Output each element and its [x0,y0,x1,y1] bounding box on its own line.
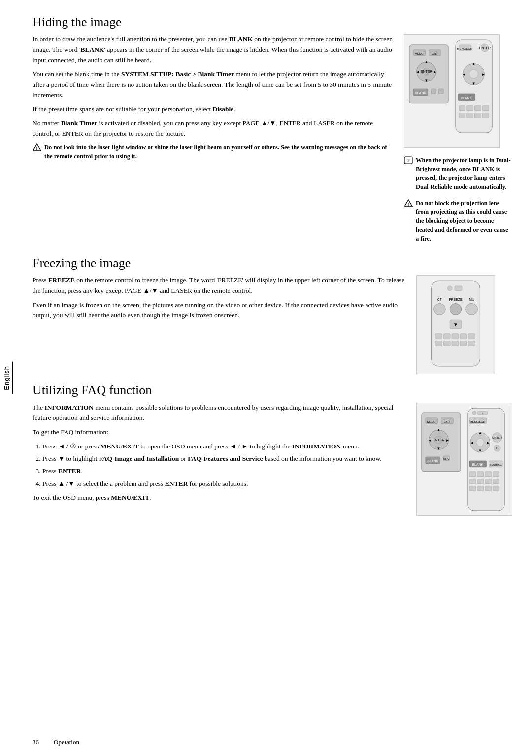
svg-text:▼: ▼ [425,78,429,83]
svg-text:MU: MU [469,298,474,301]
hiding-remote-svg: MENU EXIT ▲ ▼ ◄ ► ENTER [404,34,499,148]
faq-img: MENU EXIT ▲ ▼ ◄ ► ENTER BLANK [416,403,512,516]
hiding-note2-text: Do not block the projection lens from pr… [416,199,512,243]
svg-text:BLANK: BLANK [415,91,426,95]
freezing-layout: Press FREEZE on the remote control to fr… [33,275,512,374]
svg-text:◄: ◄ [462,72,466,77]
svg-rect-103 [493,472,499,477]
svg-text:MENU: MENU [415,52,423,55]
svg-rect-105 [477,479,484,484]
svg-text:FREEZE: FREEZE [449,298,463,301]
faq-step-4: Press ▲ /▼ to select the a problem and p… [42,479,406,489]
svg-text:!: ! [408,202,409,206]
faq-steps-list: Press ◄ / ② or press MENU/EXIT to open t… [42,442,406,489]
svg-rect-33 [475,106,481,111]
faq-remote-svg: MENU EXIT ▲ ▼ ◄ ► ENTER BLANK [417,403,512,516]
svg-text:ENTER: ENTER [421,70,432,73]
hiding-section: Hiding the image In order to draw the au… [33,15,512,247]
main-content: Hiding the image In order to draw the au… [18,0,532,756]
svg-rect-58 [468,334,475,339]
freezing-remote-svg: CT FREEZE MU ▼ [417,275,495,374]
svg-text:►: ► [445,438,449,443]
hiding-text-col: In order to draw the audience's full att… [33,34,394,165]
faq-para2: To get the FAQ information: [33,427,406,438]
hiding-title: Hiding the image [33,15,512,30]
svg-rect-62 [460,341,467,346]
footer-section: Operation [54,738,79,746]
svg-point-44 [447,286,452,291]
svg-text:►: ► [487,441,491,445]
svg-text:▼: ▼ [437,447,441,451]
svg-text:B: B [496,447,499,450]
side-tab: English [0,0,14,756]
faq-step-3: Press ENTER. [42,466,406,476]
svg-rect-61 [452,341,459,346]
svg-rect-104 [469,479,476,484]
svg-text:ENTER: ENTER [492,437,502,440]
warning-triangle2-icon: ! [404,199,413,243]
faq-body: The INFORMATION menu contains possible s… [33,403,406,503]
svg-rect-32 [467,106,473,111]
svg-text:▲: ▲ [478,431,482,435]
hiding-para3: If the preset time spans are not suitabl… [33,104,394,115]
svg-text:▲: ▲ [437,428,441,432]
svg-rect-56 [452,334,459,339]
hiding-note1-text: When the projector lamp is in Dual-Brigh… [416,156,512,192]
hiding-body: In order to draw the audience's full att… [33,34,394,161]
svg-rect-35 [459,113,466,118]
footer-page: 36 [33,738,39,746]
freezing-body: Press FREEZE on the remote control to fr… [33,275,406,321]
hiding-note1: ☞ When the projector lamp is in Dual-Bri… [404,156,512,192]
svg-rect-110 [485,486,492,491]
warning-triangle-icon: ! [33,143,41,161]
faq-title: Utilizing FAQ function [33,383,512,398]
freezing-text: Press FREEZE on the remote control to fr… [33,275,406,374]
freezing-para2: Even if an image is frozen on the screen… [33,300,406,321]
svg-text:MENU/EXIT: MENU/EXIT [457,47,473,50]
svg-text:▼: ▼ [478,448,482,453]
freezing-title: Freezing the image [33,256,512,271]
svg-rect-59 [435,341,442,346]
svg-point-51 [466,304,478,315]
faq-layout: The INFORMATION menu contains possible s… [33,403,512,516]
svg-point-87 [476,439,484,447]
svg-text:SOURCE: SOURCE [490,463,502,466]
freezing-para1: Press FREEZE on the remote control to fr… [33,275,406,296]
svg-rect-54 [435,334,442,339]
footer: 36 Operation [18,738,532,746]
faq-section: Utilizing FAQ function The INFORMATION m… [33,383,512,516]
note-arrow-icon: ☞ [404,156,413,192]
svg-rect-111 [493,486,499,491]
svg-rect-37 [475,113,481,118]
faq-para1: The INFORMATION menu contains possible s… [33,403,406,423]
page-container: English Hiding the image In order to dra… [0,0,532,756]
hiding-para4: No matter Blank Timer is activated or di… [33,118,394,139]
svg-point-50 [450,304,462,315]
hiding-img-col: MENU EXIT ▲ ▼ ◄ ► ENTER [404,34,512,247]
hiding-warning: ! Do not look into the laser light windo… [33,143,394,161]
svg-text:▼: ▼ [453,322,458,327]
svg-text:▼: ▼ [472,81,476,86]
svg-rect-57 [460,334,467,339]
svg-rect-100 [469,472,476,477]
svg-text:▲: ▲ [472,62,476,66]
hiding-para1: In order to draw the audience's full att… [33,34,394,66]
freezing-img: CT FREEZE MU ▼ [416,275,512,374]
svg-rect-63 [468,341,475,346]
faq-remote-illustration: MENU EXIT ▲ ▼ ◄ ► ENTER BLANK [416,403,512,516]
svg-rect-18 [456,40,492,133]
faq-step-2: Press ▼ to highlight FAQ-Image and Insta… [42,454,406,464]
svg-rect-31 [459,106,466,111]
hiding-para2: You can set the blank time in the SYSTEM… [33,69,394,101]
svg-text:MENU/EXIT: MENU/EXIT [470,420,486,423]
svg-text:◄: ◄ [428,438,432,443]
side-tab-label: English [1,362,13,394]
svg-rect-106 [485,479,492,484]
svg-rect-17 [438,89,443,94]
svg-rect-45 [455,286,462,291]
svg-rect-108 [469,486,476,491]
svg-text:►: ► [433,70,437,74]
svg-text:►: ► [481,72,485,77]
svg-text:BLANK: BLANK [461,96,472,100]
svg-rect-16 [431,89,436,94]
